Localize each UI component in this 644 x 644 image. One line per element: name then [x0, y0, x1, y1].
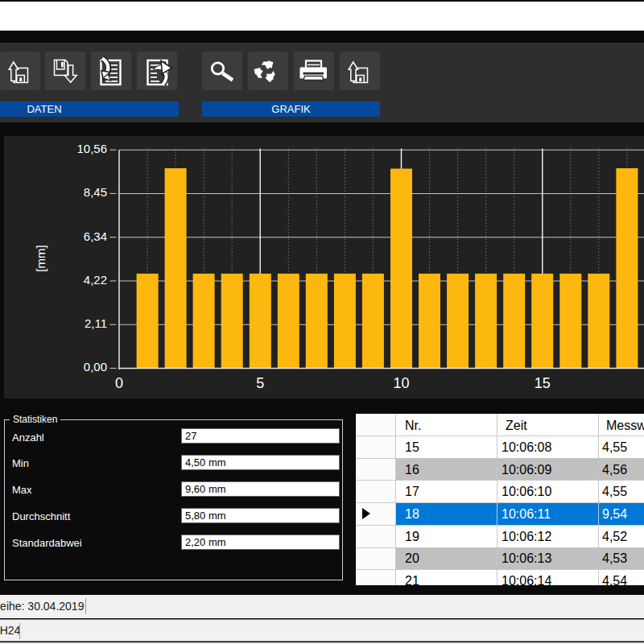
svg-text:15: 15: [535, 375, 551, 391]
svg-text:0,00: 0,00: [84, 360, 107, 374]
svg-text:8,45: 8,45: [84, 185, 107, 199]
svg-text:10: 10: [393, 375, 409, 391]
svg-text:0: 0: [115, 375, 123, 391]
svg-text:10,56: 10,56: [76, 142, 107, 155]
svg-text:5: 5: [256, 375, 264, 391]
svg-text:4,22: 4,22: [84, 273, 107, 287]
svg-text:2,11: 2,11: [85, 316, 107, 330]
svg-text:6,34: 6,34: [84, 229, 107, 243]
svg-text:[mm]: [mm]: [34, 245, 47, 271]
